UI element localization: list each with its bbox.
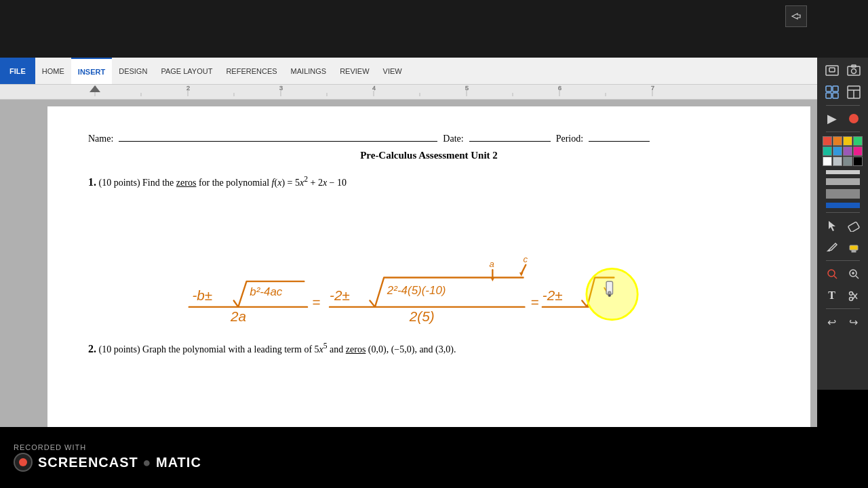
color-light-gray[interactable] bbox=[833, 157, 842, 166]
svg-rect-53 bbox=[826, 86, 831, 92]
svg-point-42 bbox=[587, 268, 637, 319]
undo-icon[interactable]: ↩ bbox=[822, 312, 842, 332]
redo-icon[interactable]: ↪ bbox=[844, 312, 864, 332]
text-icon[interactable]: T bbox=[822, 285, 842, 306]
tab-design[interactable]: DESIGN bbox=[112, 58, 154, 84]
svg-text:-b±: -b± bbox=[192, 287, 212, 303]
tab-file[interactable]: FILE bbox=[0, 58, 35, 84]
camera-icon[interactable] bbox=[844, 60, 864, 81]
blue-bar bbox=[826, 203, 860, 208]
record-icon[interactable] bbox=[844, 108, 864, 129]
name-label: Name: bbox=[88, 134, 113, 144]
color-orange[interactable] bbox=[833, 136, 842, 146]
color-white[interactable] bbox=[823, 157, 832, 166]
eraser-icon[interactable] bbox=[844, 216, 864, 236]
color-purple[interactable] bbox=[843, 146, 852, 156]
pen-icon[interactable] bbox=[822, 237, 842, 258]
tab-insert[interactable]: INSERT bbox=[71, 58, 112, 84]
separator-4 bbox=[826, 260, 860, 261]
svg-rect-48 bbox=[826, 66, 838, 75]
document-area: Name: Date: Period: Pre-Calculus Assessm… bbox=[0, 100, 817, 427]
date-underline bbox=[469, 141, 551, 142]
document-page: Name: Date: Period: Pre-Calculus Assessm… bbox=[47, 106, 810, 427]
handwriting-svg: -b± b²-4ac 2a = -2± bbox=[95, 206, 817, 427]
color-blue[interactable] bbox=[833, 146, 842, 156]
svg-rect-60 bbox=[848, 222, 859, 232]
svg-marker-41 bbox=[519, 272, 524, 277]
tab-references[interactable]: REFERENCES bbox=[219, 58, 283, 84]
color-pink[interactable] bbox=[853, 146, 863, 156]
tab-review[interactable]: REVIEW bbox=[333, 58, 376, 84]
color-dark-gray[interactable] bbox=[843, 157, 852, 166]
stroke-thick[interactable] bbox=[826, 189, 860, 199]
toolbar-row-3: ▶ bbox=[822, 108, 864, 129]
highlight-icon[interactable] bbox=[844, 237, 864, 258]
svg-text:2(5): 2(5) bbox=[409, 308, 435, 324]
scissors-icon[interactable] bbox=[844, 285, 864, 306]
svg-text:3: 3 bbox=[279, 85, 283, 92]
pointer-icon[interactable] bbox=[822, 216, 842, 236]
svg-rect-62 bbox=[850, 245, 858, 250]
tab-view[interactable]: VIEW bbox=[376, 58, 409, 84]
brand-matic: MATIC bbox=[156, 455, 201, 470]
brand-screencast: SCREENCAST bbox=[38, 455, 138, 470]
period-underline bbox=[589, 141, 650, 142]
top-bar bbox=[0, 0, 868, 58]
zoom-icon[interactable] bbox=[844, 264, 864, 284]
color-yellow[interactable] bbox=[843, 136, 852, 146]
color-teal[interactable] bbox=[823, 146, 832, 156]
svg-text:b²-4ac: b²-4ac bbox=[250, 285, 283, 298]
question-2: 2. (10 points) Graph the polynomial with… bbox=[88, 340, 770, 358]
svg-point-71 bbox=[849, 292, 852, 296]
svg-line-40 bbox=[521, 265, 526, 274]
svg-text:-2±: -2± bbox=[330, 287, 350, 303]
svg-line-65 bbox=[834, 276, 837, 279]
tab-page-layout[interactable]: PAGE LAYOUT bbox=[154, 58, 219, 84]
svg-text:=: = bbox=[531, 294, 539, 310]
layout-icon[interactable] bbox=[844, 82, 864, 102]
document-title: Pre-Calculus Assessment Unit 2 bbox=[88, 150, 770, 161]
svg-text:4: 4 bbox=[372, 85, 376, 92]
svg-text:-2±: -2± bbox=[542, 287, 563, 303]
tab-home[interactable]: HOME bbox=[35, 58, 71, 84]
svg-text:=: = bbox=[313, 294, 321, 310]
separator-5 bbox=[826, 308, 860, 309]
stroke-thin[interactable] bbox=[826, 170, 860, 174]
toolbar-row-8: ↩ ↪ bbox=[822, 312, 864, 332]
question-1-text: (10 points) Find the zeros for the polyn… bbox=[99, 178, 347, 188]
svg-rect-43 bbox=[606, 281, 612, 294]
question-1: 1. (10 points) Find the zeros for the po… bbox=[88, 174, 770, 191]
ruler: 1 2 3 4 5 6 7 bbox=[0, 85, 817, 100]
svg-text:2: 2 bbox=[186, 85, 190, 92]
question-1-number: 1. bbox=[88, 176, 96, 188]
svg-text:2a: 2a bbox=[230, 308, 246, 324]
color-green[interactable] bbox=[853, 136, 863, 146]
svg-point-64 bbox=[828, 270, 835, 277]
svg-text:a: a bbox=[490, 259, 494, 269]
ribbon: FILE HOME INSERT DESIGN PAGE LAYOUT REFE… bbox=[0, 58, 817, 85]
separator-3 bbox=[826, 212, 860, 213]
svg-rect-44 bbox=[608, 291, 611, 296]
recorded-with-text: RECORDED WITH bbox=[14, 443, 201, 451]
svg-line-67 bbox=[856, 276, 859, 279]
screencast-circle-icon bbox=[14, 453, 33, 472]
share-icon[interactable] bbox=[785, 5, 807, 27]
svg-text:7: 7 bbox=[651, 85, 654, 92]
color-black[interactable] bbox=[853, 157, 863, 166]
svg-rect-49 bbox=[829, 68, 835, 72]
toolbar-row-4 bbox=[822, 216, 864, 236]
svg-rect-55 bbox=[826, 93, 831, 98]
color-red[interactable] bbox=[823, 136, 832, 146]
separator-1 bbox=[826, 105, 860, 106]
right-toolbar: ▶ bbox=[817, 58, 868, 390]
tab-mailings[interactable]: MAILINGS bbox=[284, 58, 334, 84]
grid-icon[interactable] bbox=[822, 82, 842, 102]
play-icon[interactable]: ▶ bbox=[822, 108, 842, 129]
screenshot-icon[interactable] bbox=[822, 60, 842, 81]
stroke-medium[interactable] bbox=[826, 178, 860, 185]
svg-marker-39 bbox=[491, 278, 495, 282]
svg-text:5: 5 bbox=[465, 85, 469, 92]
magnify-icon[interactable] bbox=[822, 264, 842, 284]
brand-separator: ● bbox=[142, 455, 156, 470]
name-underline bbox=[119, 141, 437, 142]
